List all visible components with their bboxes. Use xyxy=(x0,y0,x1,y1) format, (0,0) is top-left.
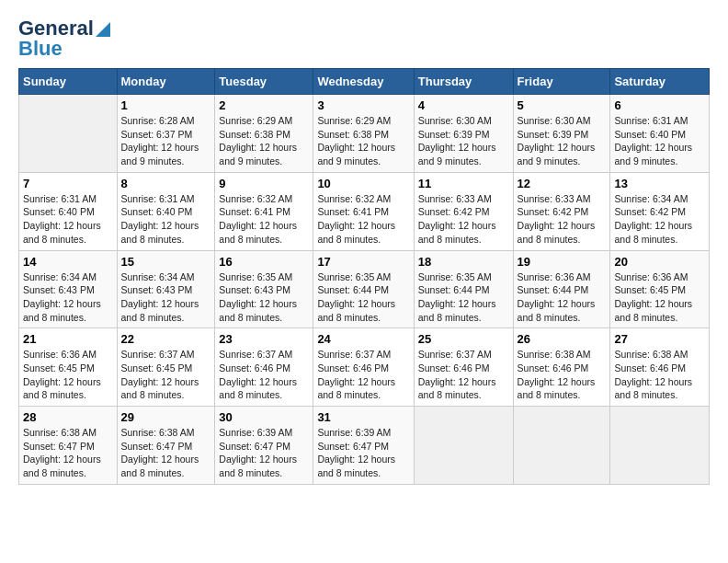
day-info: Sunrise: 6:38 AMSunset: 6:46 PMDaylight:… xyxy=(614,348,705,402)
calendar-cell: 3Sunrise: 6:29 AMSunset: 6:38 PMDaylight… xyxy=(313,95,414,173)
day-info: Sunrise: 6:31 AMSunset: 6:40 PMDaylight:… xyxy=(121,192,211,247)
day-info: Sunrise: 6:35 AMSunset: 6:44 PMDaylight:… xyxy=(317,270,409,325)
weekday-header-row: SundayMondayTuesdayWednesdayThursdayFrid… xyxy=(19,69,710,95)
calendar-cell: 22Sunrise: 6:37 AMSunset: 6:45 PMDayligh… xyxy=(117,328,215,407)
day-number: 27 xyxy=(614,332,705,346)
calendar-week-row: 7Sunrise: 6:31 AMSunset: 6:40 PMDaylight… xyxy=(19,172,710,250)
calendar-cell: 9Sunrise: 6:32 AMSunset: 6:41 PMDaylight… xyxy=(215,172,313,250)
day-number: 6 xyxy=(614,98,705,112)
day-info: Sunrise: 6:37 AMSunset: 6:45 PMDaylight:… xyxy=(121,348,211,402)
day-info: Sunrise: 6:31 AMSunset: 6:40 PMDaylight:… xyxy=(23,192,113,247)
calendar-cell xyxy=(414,407,513,485)
calendar-cell: 27Sunrise: 6:38 AMSunset: 6:46 PMDayligh… xyxy=(610,328,710,407)
weekday-header: Thursday xyxy=(414,69,513,95)
calendar-cell: 1Sunrise: 6:28 AMSunset: 6:37 PMDaylight… xyxy=(117,95,215,173)
day-number: 14 xyxy=(23,255,113,269)
day-number: 2 xyxy=(219,98,309,112)
weekday-header: Saturday xyxy=(610,69,710,95)
day-info: Sunrise: 6:38 AMSunset: 6:47 PMDaylight:… xyxy=(121,426,211,480)
calendar-cell: 8Sunrise: 6:31 AMSunset: 6:40 PMDaylight… xyxy=(117,172,215,250)
day-info: Sunrise: 6:34 AMSunset: 6:42 PMDaylight:… xyxy=(614,192,705,247)
day-number: 22 xyxy=(121,332,211,346)
day-number: 12 xyxy=(518,177,607,190)
calendar-cell: 16Sunrise: 6:35 AMSunset: 6:43 PMDayligh… xyxy=(215,250,313,328)
day-info: Sunrise: 6:35 AMSunset: 6:44 PMDaylight:… xyxy=(418,270,509,325)
day-info: Sunrise: 6:35 AMSunset: 6:43 PMDaylight:… xyxy=(219,270,309,325)
day-info: Sunrise: 6:29 AMSunset: 6:38 PMDaylight:… xyxy=(317,114,409,168)
day-number: 19 xyxy=(518,255,607,269)
calendar-cell: 11Sunrise: 6:33 AMSunset: 6:42 PMDayligh… xyxy=(414,172,513,250)
calendar-cell: 6Sunrise: 6:31 AMSunset: 6:40 PMDaylight… xyxy=(610,95,710,173)
calendar-cell: 30Sunrise: 6:39 AMSunset: 6:47 PMDayligh… xyxy=(215,407,313,485)
calendar-cell: 23Sunrise: 6:37 AMSunset: 6:46 PMDayligh… xyxy=(215,328,313,407)
day-info: Sunrise: 6:36 AMSunset: 6:44 PMDaylight:… xyxy=(518,270,607,325)
day-number: 30 xyxy=(219,410,309,424)
calendar-week-row: 21Sunrise: 6:36 AMSunset: 6:45 PMDayligh… xyxy=(19,328,710,407)
day-info: Sunrise: 6:32 AMSunset: 6:41 PMDaylight:… xyxy=(219,192,309,247)
calendar-cell: 17Sunrise: 6:35 AMSunset: 6:44 PMDayligh… xyxy=(313,250,414,328)
day-number: 24 xyxy=(317,332,409,346)
calendar-cell: 13Sunrise: 6:34 AMSunset: 6:42 PMDayligh… xyxy=(610,172,710,250)
page-header: General Blue xyxy=(18,18,710,59)
calendar-cell: 14Sunrise: 6:34 AMSunset: 6:43 PMDayligh… xyxy=(19,250,118,328)
day-info: Sunrise: 6:37 AMSunset: 6:46 PMDaylight:… xyxy=(418,348,509,402)
day-number: 5 xyxy=(518,98,607,112)
calendar-cell: 20Sunrise: 6:36 AMSunset: 6:45 PMDayligh… xyxy=(610,250,710,328)
day-number: 18 xyxy=(418,255,509,269)
day-number: 16 xyxy=(219,255,309,269)
day-number: 10 xyxy=(317,177,409,190)
day-number: 21 xyxy=(23,332,113,346)
calendar-cell: 2Sunrise: 6:29 AMSunset: 6:38 PMDaylight… xyxy=(215,95,313,173)
day-info: Sunrise: 6:34 AMSunset: 6:43 PMDaylight:… xyxy=(121,270,211,325)
day-info: Sunrise: 6:37 AMSunset: 6:46 PMDaylight:… xyxy=(317,348,409,402)
calendar-week-row: 28Sunrise: 6:38 AMSunset: 6:47 PMDayligh… xyxy=(19,407,710,485)
calendar-cell: 28Sunrise: 6:38 AMSunset: 6:47 PMDayligh… xyxy=(19,407,118,485)
calendar-cell: 25Sunrise: 6:37 AMSunset: 6:46 PMDayligh… xyxy=(414,328,513,407)
day-info: Sunrise: 6:39 AMSunset: 6:47 PMDaylight:… xyxy=(219,426,309,480)
day-info: Sunrise: 6:28 AMSunset: 6:37 PMDaylight:… xyxy=(121,114,211,168)
day-number: 8 xyxy=(121,177,211,190)
calendar-cell: 21Sunrise: 6:36 AMSunset: 6:45 PMDayligh… xyxy=(19,328,118,407)
weekday-header: Tuesday xyxy=(215,69,313,95)
calendar-cell: 12Sunrise: 6:33 AMSunset: 6:42 PMDayligh… xyxy=(513,172,610,250)
calendar-cell: 31Sunrise: 6:39 AMSunset: 6:47 PMDayligh… xyxy=(313,407,414,485)
calendar-cell xyxy=(19,95,118,173)
calendar-cell: 4Sunrise: 6:30 AMSunset: 6:39 PMDaylight… xyxy=(414,95,513,173)
calendar-cell: 18Sunrise: 6:35 AMSunset: 6:44 PMDayligh… xyxy=(414,250,513,328)
calendar-week-row: 1Sunrise: 6:28 AMSunset: 6:37 PMDaylight… xyxy=(19,95,710,173)
day-number: 15 xyxy=(121,255,211,269)
calendar-cell: 29Sunrise: 6:38 AMSunset: 6:47 PMDayligh… xyxy=(117,407,215,485)
day-info: Sunrise: 6:30 AMSunset: 6:39 PMDaylight:… xyxy=(418,114,509,168)
day-number: 31 xyxy=(317,410,409,424)
weekday-header: Friday xyxy=(513,69,610,95)
calendar-table: SundayMondayTuesdayWednesdayThursdayFrid… xyxy=(18,68,710,485)
day-info: Sunrise: 6:39 AMSunset: 6:47 PMDaylight:… xyxy=(317,426,409,480)
day-number: 25 xyxy=(418,332,509,346)
day-number: 11 xyxy=(418,177,509,190)
day-number: 7 xyxy=(23,177,113,190)
calendar-cell: 15Sunrise: 6:34 AMSunset: 6:43 PMDayligh… xyxy=(117,250,215,328)
weekday-header: Sunday xyxy=(19,69,118,95)
weekday-header: Wednesday xyxy=(313,69,414,95)
day-info: Sunrise: 6:33 AMSunset: 6:42 PMDaylight:… xyxy=(418,192,509,247)
day-number: 17 xyxy=(317,255,409,269)
day-number: 23 xyxy=(219,332,309,346)
day-number: 3 xyxy=(317,98,409,112)
calendar-cell: 24Sunrise: 6:37 AMSunset: 6:46 PMDayligh… xyxy=(313,328,414,407)
weekday-header: Monday xyxy=(117,69,215,95)
day-number: 4 xyxy=(418,98,509,112)
calendar-cell: 26Sunrise: 6:38 AMSunset: 6:46 PMDayligh… xyxy=(513,328,610,407)
day-info: Sunrise: 6:37 AMSunset: 6:46 PMDaylight:… xyxy=(219,348,309,402)
day-info: Sunrise: 6:36 AMSunset: 6:45 PMDaylight:… xyxy=(23,348,113,402)
day-info: Sunrise: 6:32 AMSunset: 6:41 PMDaylight:… xyxy=(317,192,409,247)
day-info: Sunrise: 6:38 AMSunset: 6:46 PMDaylight:… xyxy=(518,348,607,402)
logo: General Blue xyxy=(18,18,110,59)
day-number: 20 xyxy=(614,255,705,269)
calendar-cell: 7Sunrise: 6:31 AMSunset: 6:40 PMDaylight… xyxy=(19,172,118,250)
day-info: Sunrise: 6:30 AMSunset: 6:39 PMDaylight:… xyxy=(518,114,607,168)
calendar-cell xyxy=(610,407,710,485)
day-number: 28 xyxy=(23,410,113,424)
day-info: Sunrise: 6:31 AMSunset: 6:40 PMDaylight:… xyxy=(614,114,705,168)
logo-text: General xyxy=(18,18,110,39)
calendar-cell: 5Sunrise: 6:30 AMSunset: 6:39 PMDaylight… xyxy=(513,95,610,173)
